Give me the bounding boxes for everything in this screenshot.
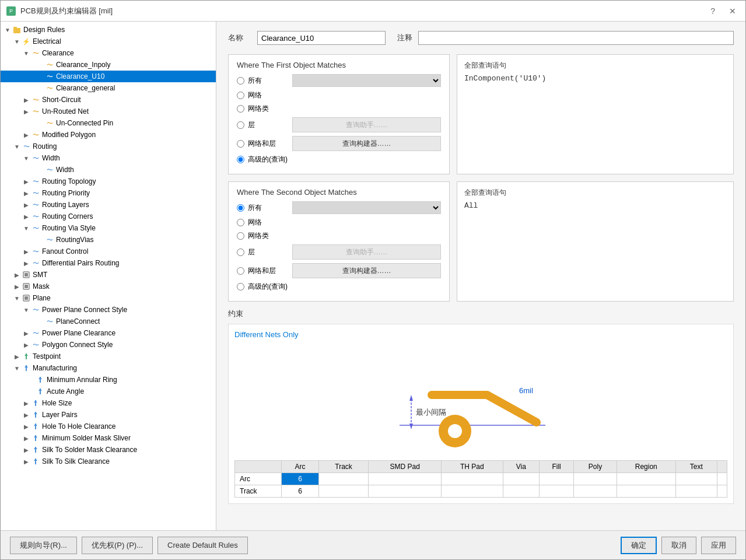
- ok-button[interactable]: 确定: [621, 537, 657, 554]
- help-button[interactable]: ?: [707, 5, 719, 17]
- tree-item-fanout[interactable]: ▶ 〜 Fanout Control: [1, 246, 216, 257]
- cell-arc-via[interactable]: [503, 473, 539, 485]
- table-header-smd-pad: SMD Pad: [369, 461, 442, 473]
- priorities-button[interactable]: 优先权(P) (P)...: [82, 537, 153, 554]
- mask-icon: [22, 282, 31, 291]
- name-input[interactable]: [257, 31, 386, 45]
- tree-item-min-annular[interactable]: Minimum Annular Ring: [1, 374, 216, 386]
- first-radio-advanced[interactable]: 高级的(查询): [237, 155, 441, 164]
- second-radio-net-and-layer[interactable]: 网络和层 查询构建器……: [237, 263, 441, 278]
- cell-arc-th[interactable]: [442, 473, 503, 485]
- close-button[interactable]: ✕: [726, 5, 740, 17]
- tree-item-un-connected-pin[interactable]: 〜 Un-Connected Pin: [1, 117, 216, 129]
- expander-icon: ▼: [22, 305, 31, 314]
- cell-track-via[interactable]: [503, 485, 539, 498]
- tree-item-silk-to-silk[interactable]: ▶ Silk To Silk Clearance: [1, 456, 216, 467]
- svg-rect-5: [24, 273, 28, 276]
- tree-container[interactable]: ▼ Design Rules ▼ ⚡ Electrical ▼ 〜 Clear: [1, 22, 216, 530]
- cancel-button[interactable]: 取消: [661, 537, 696, 554]
- second-radio-layer[interactable]: 层 查询助手……: [237, 244, 441, 260]
- first-radio-all[interactable]: 所有: [237, 74, 441, 87]
- cell-arc-smd[interactable]: [369, 473, 442, 485]
- cell-track-smd[interactable]: [369, 485, 442, 498]
- tree-item-width-child[interactable]: 〜 Width: [1, 164, 216, 176]
- folder-icon: [12, 25, 22, 34]
- label-advanced: 高级的(查询): [248, 155, 289, 164]
- cell-arc-arc[interactable]: 6: [282, 473, 319, 485]
- cell-track-text[interactable]: [675, 485, 717, 498]
- tree-item-power-plane-connect[interactable]: ▼ 〜 Power Plane Connect Style: [1, 304, 216, 316]
- second-radio-netclass[interactable]: 网络类: [237, 231, 441, 241]
- cell-arc-text[interactable]: [675, 473, 717, 485]
- cell-track-arc[interactable]: 6: [282, 485, 319, 498]
- svg-rect-3: [13, 27, 17, 29]
- tree-item-plane[interactable]: ▼ Plane: [1, 292, 216, 304]
- tree-item-clearance-u10[interactable]: 〜 Clearance_U10: [1, 71, 216, 82]
- first-radio-net[interactable]: 网络: [237, 90, 441, 100]
- tree-item-hole-size[interactable]: ▶ Hole Size: [1, 397, 216, 409]
- rule-icon: 〜: [31, 247, 40, 256]
- cell-track-region[interactable]: [617, 485, 675, 498]
- expander-icon: ▼: [12, 37, 22, 46]
- tree-item-routing-topology[interactable]: ▶ 〜 Routing Topology: [1, 176, 216, 187]
- tree-item-design-rules[interactable]: ▼ Design Rules: [1, 24, 216, 36]
- cell-arc-poly[interactable]: [574, 473, 617, 485]
- query-helper-btn-1[interactable]: 查询助手……: [292, 117, 441, 132]
- tree-item-clearance[interactable]: ▼ 〜 Clearance: [1, 47, 216, 59]
- tree-item-un-routed-net[interactable]: ▶ 〜 Un-Routed Net: [1, 106, 216, 117]
- tree-item-routing-priority[interactable]: ▶ 〜 Routing Priority: [1, 187, 216, 199]
- tree-item-routing[interactable]: ▼ 〜 Routing: [1, 141, 216, 152]
- rule-icon: 〜: [31, 258, 40, 268]
- tree-item-routing-vias[interactable]: 〜 RoutingVias: [1, 234, 216, 246]
- tree-item-plane-connect[interactable]: 〜 PlaneConnect: [1, 316, 216, 327]
- tree-item-width[interactable]: ▼ 〜 Width: [1, 152, 216, 164]
- rule-icon: 〜: [45, 83, 54, 93]
- tree-item-clearance-inpoly[interactable]: 〜 Clearance_Inpoly: [1, 59, 216, 71]
- tree-item-short-circuit[interactable]: ▶ 〜 Short-Circuit: [1, 94, 216, 106]
- tree-item-polygon-connect[interactable]: ▶ 〜 Polygon Connect Style: [1, 339, 216, 351]
- expander-icon: ▶: [12, 352, 22, 361]
- cell-arc-region[interactable]: [617, 473, 675, 485]
- tree-item-acute-angle[interactable]: Acute Angle: [1, 386, 216, 397]
- tree-item-hole-to-hole[interactable]: ▶ Hole To Hole Clearance: [1, 421, 216, 432]
- tree-item-electrical[interactable]: ▼ ⚡ Electrical: [1, 36, 216, 47]
- query-builder-btn-2[interactable]: 查询构建器……: [292, 263, 441, 278]
- query-builder-btn-1[interactable]: 查询构建器……: [292, 136, 441, 151]
- second-all-select[interactable]: [292, 201, 441, 214]
- tree-item-layer-pairs[interactable]: ▶ Layer Pairs: [1, 409, 216, 421]
- first-all-select[interactable]: [292, 74, 441, 87]
- tree-item-routing-layers[interactable]: ▶ 〜 Routing Layers: [1, 199, 216, 211]
- cell-track-th[interactable]: [442, 485, 503, 498]
- cell-arc-fill[interactable]: [540, 473, 574, 485]
- tree-item-routing-via-style[interactable]: ▼ 〜 Routing Via Style: [1, 222, 216, 234]
- tree-label: Routing Corners: [42, 212, 93, 220]
- cell-arc-track[interactable]: [319, 473, 369, 485]
- tree-item-silk-to-solder-mask[interactable]: ▶ Silk To Solder Mask Clearance: [1, 444, 216, 456]
- tree-item-min-solder-mask[interactable]: ▶ Minimum Solder Mask Sliver: [1, 432, 216, 444]
- tree-label: Width: [56, 166, 74, 174]
- create-default-rules-button[interactable]: Create Default Rules: [157, 537, 248, 554]
- first-radio-netclass[interactable]: 网络类: [237, 104, 441, 114]
- cell-track-fill[interactable]: [540, 485, 574, 498]
- comment-input[interactable]: [418, 31, 734, 45]
- first-radio-net-and-layer[interactable]: 网络和层 查询构建器……: [237, 136, 441, 151]
- apply-button[interactable]: 应用: [701, 537, 736, 554]
- tree-item-diff-pairs[interactable]: ▶ 〜 Differential Pairs Routing: [1, 257, 216, 269]
- tree-item-testpoint[interactable]: ▶ Testpoint: [1, 351, 216, 362]
- rules-wizard-button[interactable]: 规则向导(R)...: [10, 537, 77, 554]
- tree-item-mask[interactable]: ▶ Mask: [1, 281, 216, 292]
- second-radio-advanced[interactable]: 高级的(查询): [237, 282, 441, 292]
- cell-track-track[interactable]: [319, 485, 369, 498]
- query-helper-btn-2[interactable]: 查询助手……: [292, 244, 441, 260]
- tree-item-manufacturing[interactable]: ▼ Manufacturing: [1, 362, 216, 374]
- tree-item-routing-corners[interactable]: ▶ 〜 Routing Corners: [1, 211, 216, 222]
- tree-item-modified-polygon[interactable]: ▶ 〜 Modified Polygon: [1, 129, 216, 141]
- tree-item-clearance-general[interactable]: 〜 Clearance_general: [1, 82, 216, 94]
- cell-track-poly[interactable]: [574, 485, 617, 498]
- plane-icon: [22, 293, 31, 303]
- tree-item-smt[interactable]: ▶ SMT: [1, 269, 216, 281]
- second-radio-net[interactable]: 网络: [237, 218, 441, 228]
- first-radio-layer[interactable]: 层 查询助手……: [237, 117, 441, 132]
- tree-item-power-plane-clearance[interactable]: ▶ 〜 Power Plane Clearance: [1, 327, 216, 339]
- second-radio-all[interactable]: 所有: [237, 201, 441, 214]
